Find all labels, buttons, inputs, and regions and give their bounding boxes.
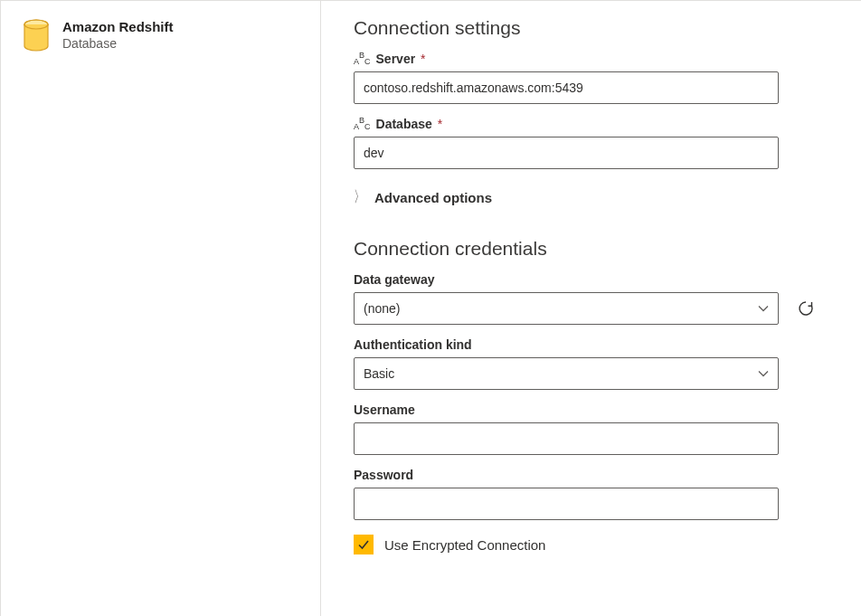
credentials-heading: Connection credentials bbox=[354, 238, 828, 260]
auth-value: Basic bbox=[364, 366, 394, 381]
database-label: Database * bbox=[376, 117, 443, 131]
text-type-icon: ABC bbox=[354, 52, 371, 66]
gateway-select[interactable]: (none) bbox=[354, 292, 779, 325]
username-input[interactable] bbox=[354, 422, 779, 455]
connector-title: Amazon Redshift bbox=[62, 19, 174, 34]
auth-select[interactable]: Basic bbox=[354, 357, 779, 390]
auth-label: Authentication kind bbox=[354, 337, 828, 352]
encrypted-label: Use Encrypted Connection bbox=[384, 537, 545, 553]
database-field-group: ABC Database * bbox=[354, 117, 828, 169]
refresh-gateway-button[interactable] bbox=[793, 296, 818, 321]
main-panel: Connection settings ABC Server * ABC Dat… bbox=[321, 0, 861, 616]
refresh-icon bbox=[797, 299, 815, 317]
server-field-group: ABC Server * bbox=[354, 52, 828, 104]
connector-item[interactable]: Amazon Redshift Database bbox=[23, 19, 306, 53]
password-input[interactable] bbox=[354, 488, 779, 520]
settings-heading: Connection settings bbox=[354, 17, 828, 39]
encrypted-checkbox-row: Use Encrypted Connection bbox=[354, 535, 828, 554]
advanced-options-label: Advanced options bbox=[374, 190, 492, 205]
chevron-right-icon: 〉 bbox=[354, 186, 365, 207]
encrypted-checkbox[interactable] bbox=[354, 535, 374, 554]
password-field-group: Password bbox=[354, 468, 828, 520]
sidebar: Amazon Redshift Database bbox=[0, 0, 321, 616]
server-label: Server * bbox=[376, 52, 426, 66]
password-label: Password bbox=[354, 468, 828, 482]
database-input[interactable] bbox=[354, 137, 779, 169]
gateway-value: (none) bbox=[364, 301, 400, 316]
username-field-group: Username bbox=[354, 403, 828, 455]
gateway-label: Data gateway bbox=[354, 272, 828, 287]
connector-subtitle: Database bbox=[62, 36, 174, 51]
text-type-icon: ABC bbox=[354, 117, 371, 131]
advanced-options-toggle[interactable]: 〉 Advanced options bbox=[354, 189, 828, 205]
gateway-field-group: Data gateway (none) bbox=[354, 272, 828, 325]
auth-field-group: Authentication kind Basic bbox=[354, 337, 828, 390]
server-input[interactable] bbox=[354, 71, 779, 104]
username-label: Username bbox=[354, 403, 828, 417]
database-icon bbox=[23, 19, 50, 53]
checkmark-icon bbox=[357, 538, 370, 551]
